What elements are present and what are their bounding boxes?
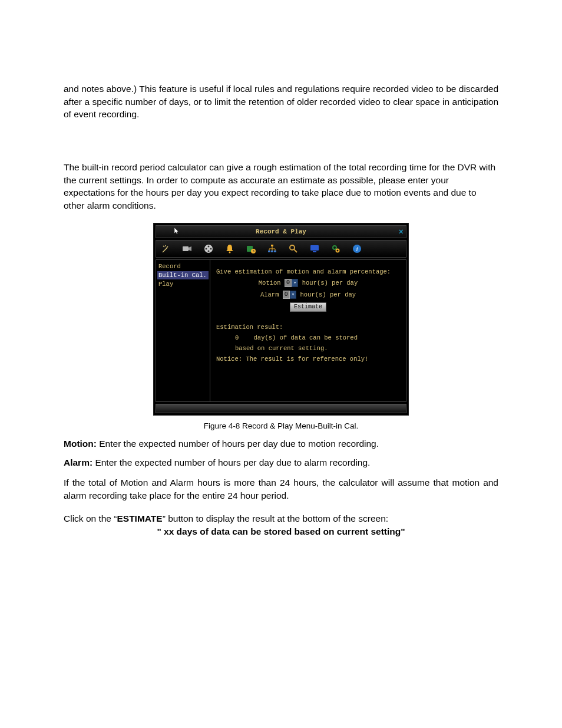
- estimate-button-row: Estimate: [216, 302, 400, 312]
- svg-point-6: [229, 251, 231, 253]
- svg-point-13: [290, 245, 295, 250]
- svg-point-2: [208, 245, 210, 247]
- dvr-window-title: Record & Play: [156, 228, 406, 235]
- click-suffix: ” button to display the result at the bo…: [163, 513, 388, 523]
- result-line1-suffix: day(s) of data can be stored: [254, 334, 358, 341]
- sidebar-item-record[interactable]: Record: [157, 262, 209, 271]
- film-reel-icon[interactable]: [203, 243, 214, 254]
- svg-text:i: i: [356, 245, 358, 252]
- paragraph-retention: and notes above.) This feature is useful…: [64, 83, 498, 121]
- result-line1: 0 day(s) of data can be stored: [216, 334, 400, 341]
- search-icon[interactable]: [288, 243, 299, 254]
- motion-label: Motion: [259, 279, 281, 286]
- wand-icon[interactable]: [161, 243, 171, 254]
- estimate-word: ESTIMATE: [117, 513, 162, 523]
- svg-rect-11: [271, 251, 273, 252]
- svg-rect-10: [268, 251, 270, 252]
- paragraph-24hour-note: If the total of Motion and Alarm hours i…: [64, 476, 498, 502]
- figure-wrapper: Record & Play ✕ i Record Built-in Cal.: [64, 223, 498, 416]
- result-heading: Estimation result:: [216, 324, 400, 331]
- result-quote: " xx days of data can be stored based on…: [64, 526, 498, 537]
- svg-point-16: [333, 246, 336, 249]
- alarm-def-label: Alarm:: [64, 457, 92, 467]
- svg-rect-12: [274, 251, 276, 252]
- alarm-label: Alarm: [260, 291, 279, 298]
- dvr-main-panel: Give estimation of motion and alarm perc…: [210, 260, 406, 401]
- alarm-suffix: hour(s) per day: [300, 291, 356, 298]
- dvr-body: Record Built-in Cal. Play Give estimatio…: [156, 259, 406, 402]
- paragraph-calculator-intro: The built-in record period calculator ca…: [64, 161, 498, 212]
- chevron-down-icon[interactable]: ▾: [290, 291, 296, 299]
- svg-rect-0: [183, 246, 189, 251]
- estimation-heading: Give estimation of motion and alarm perc…: [216, 268, 400, 275]
- dvr-statusbar: [156, 404, 406, 413]
- motion-definition: Motion: Enter the expected number of hou…: [64, 439, 498, 449]
- bell-icon[interactable]: [224, 243, 235, 254]
- alarm-select[interactable]: 0: [283, 291, 290, 299]
- close-icon[interactable]: ✕: [399, 228, 404, 236]
- schedule-icon[interactable]: [246, 243, 256, 254]
- svg-point-17: [336, 249, 339, 252]
- svg-rect-9: [271, 245, 273, 246]
- svg-rect-14: [310, 245, 319, 251]
- document-page: and notes above.) This feature is useful…: [0, 0, 562, 572]
- figure-caption: Figure 4-8 Record & Play Menu-Built-in C…: [64, 421, 498, 430]
- sidebar-item-builtin-cal[interactable]: Built-in Cal.: [157, 271, 209, 279]
- result-notice: Notice: The result is for reference only…: [216, 355, 400, 363]
- alarm-row: Alarm 0▾ hour(s) per day: [216, 291, 400, 299]
- chevron-down-icon[interactable]: ▾: [292, 279, 298, 287]
- dvr-titlebar: Record & Play ✕: [156, 225, 406, 238]
- motion-suffix: hour(s) per day: [302, 279, 358, 286]
- info-icon[interactable]: i: [352, 243, 362, 254]
- alarm-definition: Alarm: Enter the expected number of hour…: [64, 457, 498, 468]
- motion-def-text: Enter the expected number of hours per d…: [97, 439, 379, 449]
- network-icon[interactable]: [267, 243, 277, 254]
- result-line2: based on current setting.: [216, 345, 400, 352]
- svg-point-5: [206, 248, 207, 249]
- svg-point-3: [210, 248, 212, 249]
- motion-row: Motion 0▾ hour(s) per day: [216, 279, 400, 287]
- dvr-sidebar: Record Built-in Cal. Play: [156, 260, 210, 401]
- svg-rect-15: [313, 251, 316, 252]
- camera-icon[interactable]: [182, 243, 193, 254]
- motion-select[interactable]: 0: [285, 279, 292, 287]
- monitor-icon[interactable]: [309, 243, 320, 254]
- click-estimate-line: Click on the “ESTIMATE” button to displa…: [64, 512, 498, 525]
- sidebar-item-play[interactable]: Play: [157, 280, 209, 288]
- estimate-button[interactable]: Estimate: [290, 302, 326, 312]
- gears-icon[interactable]: [330, 243, 341, 254]
- click-prefix: Click on the “: [64, 513, 117, 523]
- dvr-toolbar: i: [156, 240, 406, 258]
- alarm-def-text: Enter the expected number of hours per d…: [92, 457, 370, 467]
- motion-def-label: Motion:: [64, 439, 97, 449]
- svg-point-4: [208, 250, 210, 252]
- dvr-window: Record & Play ✕ i Record Built-in Cal.: [153, 223, 409, 416]
- result-days-value: 0: [235, 334, 239, 341]
